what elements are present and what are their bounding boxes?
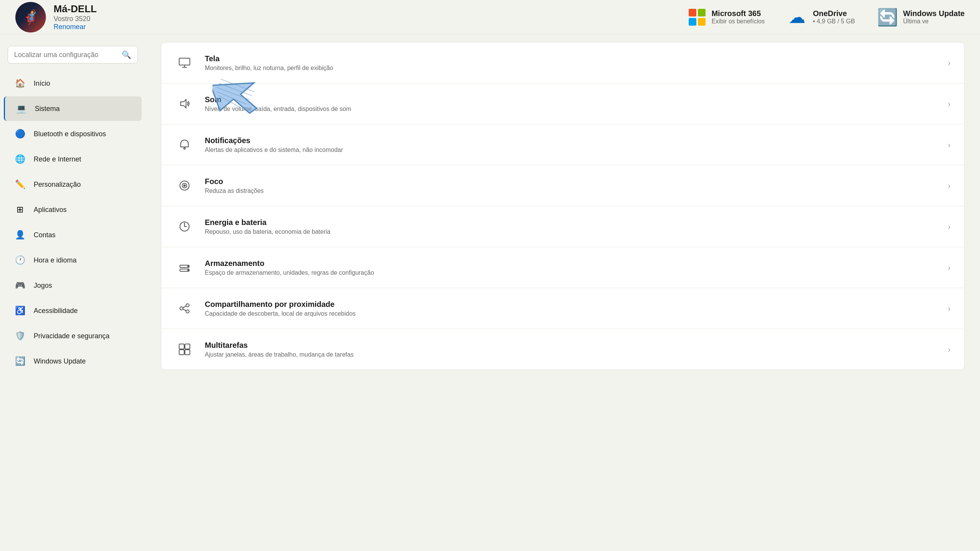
avatar-image: 🦸 [15, 2, 46, 33]
username: Má-DELL [54, 3, 97, 15]
nav-label-privacidade: Privacidade e segurança [34, 332, 109, 340]
nav-label-jogos: Jogos [34, 282, 52, 290]
settings-desc-som: Níveis de volume, saída, entrada, dispos… [205, 106, 351, 112]
nav-icon-privacidade: 🛡️ [13, 329, 27, 343]
sidebar-item-privacidade[interactable]: 🛡️Privacidade e segurança [4, 324, 142, 348]
chevron-right-icon: › [948, 345, 951, 354]
svg-line-17 [183, 306, 186, 308]
settings-item-armazenamento[interactable]: ArmazenamentoEspaço de armazenamento, un… [161, 247, 964, 288]
windows-update-app[interactable]: 🔄 Windows Update Última ve [878, 8, 965, 27]
windows-update-icon: 🔄 [878, 8, 897, 27]
content-area: TelaMonitores, brilho, luz noturna, perf… [145, 34, 980, 551]
sidebar: 🔍 🏠Início💻Sistema🔵Bluetooth e dispositiv… [0, 34, 145, 551]
sidebar-item-update[interactable]: 🔄Windows Update [4, 349, 142, 373]
sidebar-item-hora[interactable]: 🕐Hora e idioma [4, 248, 142, 272]
settings-text-som: SomNíveis de volume, saída, entrada, dis… [205, 95, 351, 112]
search-bar[interactable]: 🔍 [8, 46, 138, 64]
windows-update-name: Windows Update [903, 9, 965, 18]
nav-icon-update: 🔄 [13, 354, 27, 368]
settings-item-tela[interactable]: TelaMonitores, brilho, luz noturna, perf… [161, 42, 964, 83]
settings-desc-multitarefas: Ajustar janelas, áreas de trabalho, muda… [205, 351, 354, 358]
settings-desc-foco: Reduza as distrações [205, 187, 264, 194]
sidebar-item-contas[interactable]: 👤Contas [4, 223, 142, 247]
settings-icon-foco [175, 176, 194, 195]
settings-item-energia[interactable]: Energia e bateriaRepouso, uso da bateria… [161, 206, 964, 247]
main-layout: 🔍 🏠Início💻Sistema🔵Bluetooth e dispositiv… [0, 34, 980, 551]
rename-link[interactable]: Renomear [54, 23, 97, 31]
microsoft-365-info: Microsoft 365 Exibir os benefícios [712, 9, 765, 25]
settings-icon-notificacoes [175, 135, 194, 154]
settings-desc-energia: Repouso, uso da bateria, economia de bat… [205, 228, 330, 235]
settings-icon-energia [175, 217, 194, 236]
settings-desc-compartilhamento: Capacidade de descoberta, local de arqui… [205, 310, 356, 317]
onedrive-icon: ☁ [787, 8, 807, 27]
settings-item-foco[interactable]: FocoReduza as distrações› [161, 165, 964, 206]
sidebar-item-rede[interactable]: 🌐Rede e Internet [4, 147, 142, 171]
nav-label-personalizacao: Personalização [34, 181, 81, 189]
chevron-right-icon: › [948, 263, 951, 272]
settings-title-som: Som [205, 95, 351, 104]
chevron-right-icon: › [948, 99, 951, 108]
windows-update-info: Windows Update Última ve [903, 9, 965, 25]
settings-icon-armazenamento [175, 258, 194, 277]
onedrive-desc: • 4,9 GB / 5 GB [813, 18, 855, 25]
svg-rect-21 [179, 350, 184, 355]
nav-icon-rede: 🌐 [13, 152, 27, 166]
nav-label-update: Windows Update [34, 357, 86, 365]
svg-rect-20 [185, 344, 190, 349]
microsoft-365-app[interactable]: Microsoft 365 Exibir os benefícios [689, 9, 765, 26]
settings-desc-armazenamento: Espaço de armazenamento, unidades, regra… [205, 269, 374, 276]
settings-text-tela: TelaMonitores, brilho, luz noturna, perf… [205, 54, 333, 72]
settings-text-energia: Energia e bateriaRepouso, uso da bateria… [205, 218, 330, 235]
device-name: Vostro 3520 [54, 15, 97, 23]
svg-point-13 [188, 270, 189, 271]
svg-point-8 [184, 185, 185, 186]
sidebar-item-acessibilidade[interactable]: ♿Acessibilidade [4, 298, 142, 323]
settings-icon-multitarefas [175, 340, 194, 359]
svg-marker-4 [181, 99, 186, 108]
svg-point-16 [186, 310, 189, 313]
settings-desc-tela: Monitores, brilho, luz noturna, perfil d… [205, 65, 333, 72]
chevron-right-icon: › [948, 304, 951, 313]
settings-text-foco: FocoReduza as distrações [205, 177, 264, 194]
header-apps: Microsoft 365 Exibir os benefícios ☁ One… [689, 8, 965, 27]
settings-item-som[interactable]: SomNíveis de volume, saída, entrada, dis… [161, 83, 964, 124]
onedrive-info: OneDrive • 4,9 GB / 5 GB [813, 9, 855, 25]
nav-icon-sistema: 💻 [14, 102, 28, 116]
settings-title-energia: Energia e bateria [205, 218, 330, 227]
nav-icon-aplicativos: ⊞ [13, 203, 27, 217]
onedrive-name: OneDrive [813, 9, 855, 18]
settings-item-multitarefas[interactable]: MultitarefasAjustar janelas, áreas de tr… [161, 329, 964, 370]
onedrive-app[interactable]: ☁ OneDrive • 4,9 GB / 5 GB [787, 8, 855, 27]
sidebar-item-inicio[interactable]: 🏠Início [4, 71, 142, 96]
settings-item-compartilhamento[interactable]: Compartilhamento por proximidadeCapacida… [161, 288, 964, 329]
settings-title-notificacoes: Notificações [205, 136, 343, 145]
svg-rect-19 [179, 344, 184, 349]
chevron-right-icon: › [948, 59, 951, 67]
sidebar-item-personalizacao[interactable]: ✏️Personalização [4, 172, 142, 197]
settings-title-compartilhamento: Compartilhamento por proximidade [205, 300, 356, 309]
svg-rect-22 [185, 350, 190, 355]
settings-text-armazenamento: ArmazenamentoEspaço de armazenamento, un… [205, 259, 374, 276]
header: 🦸 Má-DELL Vostro 3520 Renomear Microsoft… [0, 0, 980, 34]
settings-item-notificacoes[interactable]: NotificaçõesAlertas de aplicativos e do … [161, 124, 964, 165]
nav-label-inicio: Início [34, 80, 50, 88]
settings-title-tela: Tela [205, 54, 333, 63]
svg-point-14 [180, 307, 183, 310]
settings-list: TelaMonitores, brilho, luz noturna, perf… [161, 42, 965, 370]
nav-icon-contas: 👤 [13, 228, 27, 242]
search-input[interactable] [14, 51, 117, 59]
sidebar-item-aplicativos[interactable]: ⊞Aplicativos [4, 197, 142, 222]
header-profile: 🦸 Má-DELL Vostro 3520 Renomear [15, 2, 97, 33]
chevron-right-icon: › [948, 181, 951, 190]
sidebar-item-sistema[interactable]: 💻Sistema [4, 96, 142, 121]
user-info: Má-DELL Vostro 3520 Renomear [54, 3, 97, 31]
sidebar-item-jogos[interactable]: 🎮Jogos [4, 273, 142, 298]
svg-rect-0 [179, 58, 190, 65]
search-icon: 🔍 [122, 50, 131, 59]
settings-title-multitarefas: Multitarefas [205, 341, 354, 350]
settings-desc-notificacoes: Alertas de aplicativos e do sistema, não… [205, 147, 343, 153]
microsoft-365-name: Microsoft 365 [712, 9, 765, 18]
chevron-right-icon: › [948, 222, 951, 231]
sidebar-item-bluetooth[interactable]: 🔵Bluetooth e dispositivos [4, 122, 142, 146]
